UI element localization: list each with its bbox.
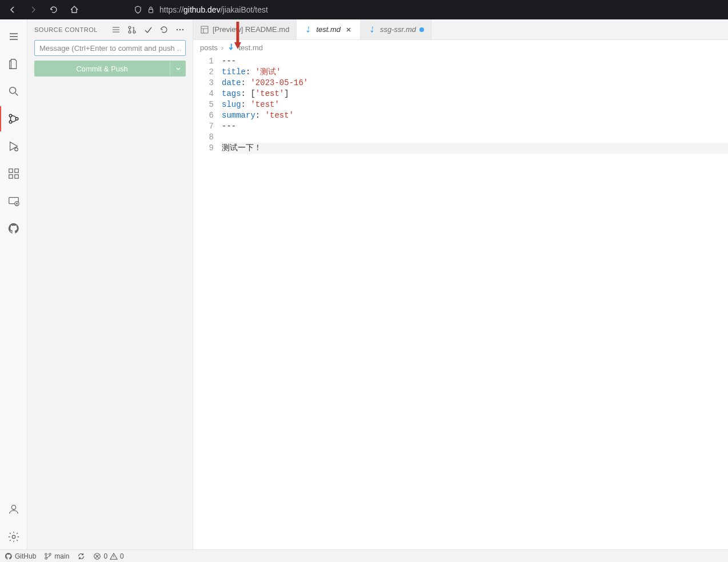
run-debug-icon[interactable] [0,134,27,159]
chevron-right-icon: › [221,43,223,52]
svg-rect-6 [9,169,12,172]
svg-point-15 [129,31,131,33]
more-icon[interactable] [174,24,186,35]
svg-point-13 [12,535,15,539]
preview-icon [200,25,209,34]
code-line[interactable]: 测试一下！ [222,143,728,154]
code-line[interactable]: date: '2023-05-16' [222,78,728,89]
line-number: 7 [193,121,214,132]
url-text[interactable]: https://github.dev/jiakaiBot/test [159,5,268,14]
line-number: 9 [193,143,214,154]
svg-rect-7 [9,175,12,178]
status-sync[interactable] [77,552,85,560]
svg-point-2 [9,114,12,117]
remote-icon[interactable] [0,188,27,214]
svg-point-5 [14,148,18,151]
svg-rect-0 [149,9,153,13]
line-number: 3 [193,78,214,89]
modified-dot-icon [419,27,424,32]
code-editor[interactable]: 123456789 ---title: '测试'date: '2023-05-1… [193,55,728,549]
code-line[interactable]: slug: 'test' [222,99,728,110]
status-github[interactable]: GitHub [5,552,36,560]
tab-bar: [Preview] README.mdtest.mdssg-ssr.md [193,19,728,40]
line-number: 6 [193,110,214,121]
line-number: 8 [193,132,214,143]
code-line[interactable]: tags: ['test'] [222,89,728,99]
view-as-tree-icon[interactable] [110,24,122,35]
svg-point-19 [182,29,183,30]
close-icon[interactable] [344,25,353,34]
svg-rect-20 [201,26,208,33]
markdown-icon [367,25,377,34]
commit-icon[interactable] [142,24,154,35]
svg-point-18 [179,29,181,30]
lock-icon[interactable] [147,6,155,14]
status-bar: GitHub main 0 0 [0,549,728,562]
commit-message-input[interactable] [34,40,186,56]
commit-push-button[interactable]: Commit & Push [34,61,170,77]
svg-rect-9 [14,169,18,172]
commit-dropdown-button[interactable] [170,61,186,77]
create-pr-icon[interactable] [126,24,138,35]
accounts-icon[interactable] [0,497,27,522]
svg-point-3 [9,121,12,123]
line-number: 4 [193,89,214,99]
markdown-icon [227,43,235,53]
activity-bar [0,19,27,549]
source-control-icon[interactable] [0,106,27,131]
tab-label: ssg-ssr.md [380,25,416,34]
github-icon[interactable] [0,216,27,241]
sidebar-title: SOURCE CONTROL [34,26,98,33]
svg-point-14 [129,26,131,29]
search-icon[interactable] [0,79,27,104]
markdown-icon [303,25,313,34]
svg-point-22 [45,557,47,559]
reload-button[interactable] [47,3,61,17]
line-number: 5 [193,99,214,110]
refresh-icon[interactable] [158,24,170,35]
tab-label: test.md [316,25,341,34]
settings-icon[interactable] [0,524,27,549]
svg-point-4 [15,118,18,121]
svg-point-1 [9,87,15,94]
extensions-icon[interactable] [0,161,27,186]
source-control-sidebar: SOURCE CONTROL Commit & Push [27,19,193,549]
tab-label: [Preview] README.md [213,25,289,34]
line-number: 1 [193,56,214,67]
status-branch[interactable]: main [44,552,69,560]
shield-icon[interactable] [134,6,142,14]
svg-point-23 [49,553,51,555]
explorer-icon[interactable] [0,51,27,77]
svg-point-12 [11,505,15,509]
line-number: 2 [193,67,214,78]
breadcrumb[interactable]: posts › test.md [193,40,728,55]
tab-ssg-ssr-md[interactable]: ssg-ssr.md [361,19,431,39]
tab--preview-readme-md[interactable]: [Preview] README.md [193,19,297,39]
forward-button[interactable] [26,3,40,17]
svg-point-21 [45,553,47,555]
tab-test-md[interactable]: test.md [297,19,361,39]
code-line[interactable]: --- [222,56,728,67]
code-line[interactable]: title: '测试' [222,67,728,78]
status-problems[interactable]: 0 0 [93,552,123,560]
code-line[interactable]: --- [222,121,728,132]
menu-button[interactable] [0,24,27,49]
svg-point-17 [177,29,178,30]
back-button[interactable] [6,3,19,17]
home-button[interactable] [67,3,81,17]
code-line[interactable]: summary: 'test' [222,110,728,121]
browser-toolbar: https://github.dev/jiakaiBot/test [0,0,728,19]
svg-point-16 [133,31,135,33]
code-line[interactable] [222,132,728,143]
breadcrumb-file: test.md [238,43,263,52]
editor-area: [Preview] README.mdtest.mdssg-ssr.md pos… [193,19,728,549]
breadcrumb-folder: posts [200,43,218,52]
svg-rect-8 [14,175,18,178]
